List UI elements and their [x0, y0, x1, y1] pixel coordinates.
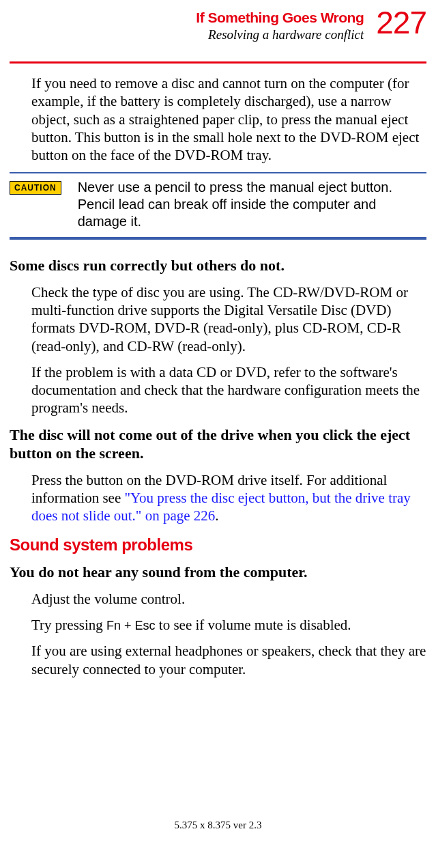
caution-divider-bottom	[10, 237, 426, 240]
caution-box: CAUTION Never use a pencil to press the …	[10, 179, 426, 230]
heading-no-sound: You do not hear any sound from the compu…	[10, 563, 426, 582]
caution-text: Never use a pencil to press the manual e…	[78, 179, 426, 230]
paragraph-adjust-volume: Adjust the volume control.	[31, 590, 426, 608]
keycap-fn-esc: Fn + Esc	[106, 619, 156, 632]
header-section-subtitle: Resolving a hardware conflict	[196, 27, 364, 42]
paragraph-data-cd-dvd: If the problem is with a data CD or DVD,…	[31, 363, 426, 417]
page-number: 227	[376, 7, 426, 38]
para6-post-text: to see if volume mute is disabled.	[156, 617, 351, 633]
caution-divider-top	[10, 172, 426, 173]
header-text-block: If Something Goes Wrong Resolving a hard…	[196, 7, 364, 42]
section-heading-sound: Sound system problems	[10, 535, 426, 555]
paragraph-headphones: If you are using external headphones or …	[31, 642, 426, 678]
paragraph-check-disc-type: Check the type of disc you are using. Th…	[31, 283, 426, 355]
header-chapter-title: If Something Goes Wrong	[196, 10, 364, 26]
page-footer: 5.375 x 8.375 ver 2.3	[0, 820, 436, 831]
paragraph-eject-disc: If you need to remove a disc and cannot …	[31, 74, 426, 164]
page-content: If you need to remove a disc and cannot …	[0, 61, 436, 678]
divider-top	[10, 61, 426, 64]
paragraph-fn-esc: Try pressing Fn + Esc to see if volume m…	[31, 616, 426, 634]
heading-disc-wont-eject: The disc will not come out of the drive …	[10, 425, 426, 463]
para4-post-text: .	[215, 507, 218, 524]
para6-pre-text: Try pressing	[31, 617, 106, 633]
heading-some-discs: Some discs run correctly but others do n…	[10, 256, 426, 275]
caution-label: CAUTION	[10, 181, 61, 195]
page-header: If Something Goes Wrong Resolving a hard…	[0, 0, 436, 42]
paragraph-press-button: Press the button on the DVD-ROM drive it…	[31, 471, 426, 525]
